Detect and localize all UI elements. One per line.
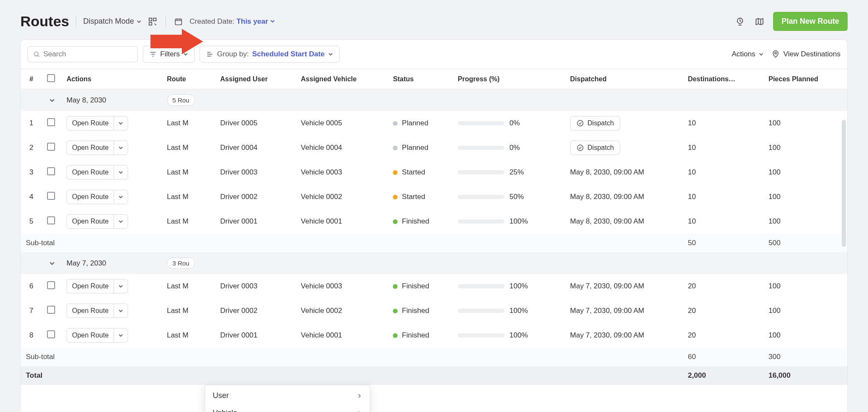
groupby-button[interactable]: Group by: Scheduled Start Date: [200, 46, 339, 63]
col-dispatched[interactable]: Dispatched: [565, 69, 683, 89]
open-route-button[interactable]: Open Route: [67, 328, 128, 343]
search-input-wrap[interactable]: [28, 46, 138, 62]
timeline-icon[interactable]: [734, 16, 746, 28]
toolbar: Filters Group by: Scheduled Start Date A…: [21, 40, 847, 69]
dashboard-icon[interactable]: [147, 16, 159, 28]
open-route-button[interactable]: Open Route: [67, 214, 128, 229]
filter-item[interactable]: User: [205, 387, 370, 404]
col-actions[interactable]: Actions: [61, 69, 162, 89]
row-checkbox[interactable]: [47, 118, 55, 126]
checkbox[interactable]: [47, 74, 55, 82]
assigned-user: Driver 0003: [220, 168, 258, 176]
groupby-value: Scheduled Start Date: [252, 50, 325, 58]
group-row[interactable]: May 8, 20305 Rou: [21, 89, 847, 111]
open-route-dropdown[interactable]: [114, 304, 128, 318]
assigned-vehicle: Vehicle 0001: [301, 331, 342, 339]
progress-value: 100%: [509, 217, 528, 226]
open-route-label: Open Route: [67, 279, 114, 293]
open-route-dropdown[interactable]: [114, 215, 128, 228]
plan-new-route-button[interactable]: Plan New Route: [773, 12, 848, 31]
subtotal-row: Sub-total60300: [21, 348, 847, 366]
col-status[interactable]: Status: [388, 69, 453, 89]
map-icon[interactable]: [754, 16, 765, 28]
annotation-arrow-red-right: [150, 29, 203, 54]
open-route-button[interactable]: Open Route: [67, 141, 128, 155]
progress-bar: [458, 146, 504, 150]
dispatch-mode-dropdown[interactable]: Dispatch Mode: [83, 17, 142, 26]
open-route-dropdown[interactable]: [114, 166, 128, 179]
filter-item[interactable]: Vehicle: [205, 404, 370, 412]
search-input[interactable]: [43, 50, 132, 58]
dispatch-button[interactable]: Dispatch: [570, 141, 620, 155]
assigned-user: Driver 0005: [220, 119, 258, 127]
progress-bar: [458, 219, 504, 224]
col-pieces-planned[interactable]: Pieces Planned: [763, 69, 847, 89]
open-route-dropdown[interactable]: [114, 190, 128, 204]
subtotal-pieces: 500: [768, 239, 780, 247]
route-name: Last M: [167, 331, 189, 339]
created-date-value: This year: [236, 17, 268, 25]
open-route-button[interactable]: Open Route: [67, 165, 128, 180]
open-route-dropdown[interactable]: [114, 116, 128, 130]
destinations-count: 20: [688, 331, 696, 339]
actions-dropdown[interactable]: Actions: [732, 50, 764, 58]
open-route-label: Open Route: [67, 116, 114, 130]
col-select-all[interactable]: [42, 69, 61, 89]
group-count-pill: 5 Rou: [167, 94, 195, 106]
vertical-scrollbar-thumb[interactable]: [842, 120, 846, 247]
col-assigned-user[interactable]: Assigned User: [215, 69, 296, 89]
progress-cell: 0%: [458, 119, 560, 127]
subtotal-dest: 50: [688, 239, 696, 247]
status-dot-icon: [393, 333, 398, 338]
col-route[interactable]: Route: [162, 69, 215, 89]
view-destinations-button[interactable]: View Destinations: [771, 50, 840, 58]
assigned-user: Driver 0003: [220, 282, 258, 290]
col-destinations[interactable]: Destinations…: [683, 69, 763, 89]
open-route-button[interactable]: Open Route: [67, 279, 128, 293]
filter-list[interactable]: User Vehicle Route Status Address Book D…: [205, 385, 370, 412]
subtotal-row: Sub-total50500: [21, 234, 847, 252]
svg-rect-0: [149, 18, 152, 20]
col-assigned-vehicle[interactable]: Assigned Vehicle: [296, 69, 388, 89]
row-checkbox[interactable]: [47, 167, 55, 175]
dispatched-time: May 8, 2030, 09:00 AM: [570, 168, 644, 176]
pieces-planned: 100: [768, 331, 780, 339]
table-row: 7 Open Route Last MDriver 0002Vehicle 00…: [21, 299, 847, 323]
table-row: 1 Open Route Last MDriver 0005Vehicle 00…: [21, 111, 847, 135]
open-route-dropdown[interactable]: [114, 141, 128, 155]
row-checkbox[interactable]: [47, 306, 55, 314]
row-checkbox[interactable]: [47, 216, 55, 224]
created-date-filter[interactable]: Created Date: This year: [189, 17, 275, 26]
status-text: Planned: [402, 144, 428, 152]
row-checkbox[interactable]: [47, 281, 55, 289]
open-route-button[interactable]: Open Route: [67, 304, 128, 318]
destinations-count: 20: [688, 282, 696, 290]
chevron-down-icon[interactable]: [49, 97, 54, 102]
svg-rect-3: [175, 19, 182, 25]
row-number: 4: [29, 193, 33, 201]
chevron-down-icon[interactable]: [49, 260, 54, 265]
group-row[interactable]: May 7, 20303 Rou: [21, 252, 847, 274]
status-dot-icon: [393, 170, 398, 175]
destinations-count: 20: [688, 307, 696, 315]
open-route-button[interactable]: Open Route: [67, 116, 128, 130]
group-date: May 8, 2030: [67, 96, 106, 104]
open-route-button[interactable]: Open Route: [67, 190, 128, 204]
total-label: Total: [26, 371, 42, 379]
destinations-count: 10: [688, 119, 696, 127]
open-route-dropdown[interactable]: [114, 329, 128, 342]
pieces-planned: 100: [768, 307, 780, 315]
destinations-count: 10: [688, 144, 696, 152]
row-checkbox[interactable]: [47, 143, 55, 151]
col-progress[interactable]: Progress (%): [453, 69, 565, 89]
dispatch-button[interactable]: Dispatch: [570, 116, 620, 130]
assigned-vehicle: Vehicle 0005: [301, 119, 342, 127]
open-route-dropdown[interactable]: [114, 279, 128, 293]
assigned-user: Driver 0004: [220, 144, 258, 152]
col-num[interactable]: #: [21, 69, 42, 89]
progress-cell: 50%: [458, 193, 560, 201]
pieces-planned: 100: [768, 119, 780, 127]
row-checkbox[interactable]: [47, 192, 55, 200]
row-checkbox[interactable]: [47, 330, 55, 338]
status-text: Started: [402, 168, 425, 176]
